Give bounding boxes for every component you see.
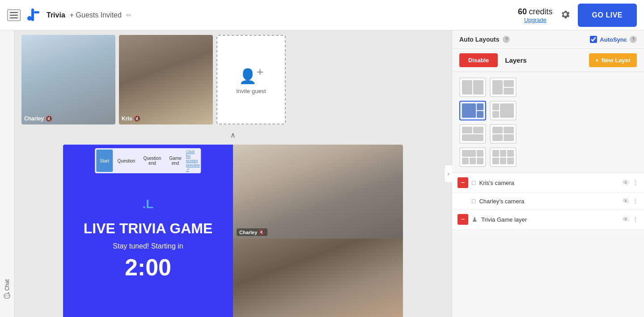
tab-start[interactable]: Start [96, 150, 113, 172]
right-panel: Auto Layouts ? AutoSync ? Disable Layers… [452, 30, 644, 317]
layout-grid-section [452, 72, 644, 173]
credits-info: 60 credits Upgrade [518, 7, 553, 23]
autosync-area: AutoSync ? [590, 36, 637, 43]
chat-text: Chat [4, 279, 10, 291]
collapse-up-icon: ∧ [230, 131, 236, 139]
logo-icon [25, 7, 42, 24]
trivia-title: LIVE TRIVIA GAME [84, 220, 213, 237]
autosync-label: AutoSync [600, 36, 627, 43]
layer-remove-kris-button[interactable]: − [458, 177, 468, 188]
layer-more-kris[interactable]: ⋮ [632, 179, 639, 186]
main-body: 💬 Chat Charley 🔇 Kris 🔇 👤+ [0, 30, 644, 317]
layer-visibility-trivia[interactable]: 👁 [623, 216, 629, 223]
layout-grid [459, 77, 637, 167]
screen-preview-link[interactable]: Click for screen preview ↗ [186, 150, 200, 172]
autosync-checkbox[interactable] [590, 36, 597, 43]
layer-item-kris-camera[interactable]: − □ Kris's camera 👁 ⋮ [452, 173, 644, 193]
layers-label: Layers [505, 56, 526, 64]
layer-visibility-charley[interactable]: 👁 [623, 197, 629, 205]
auto-layouts-label: Auto Layouts [459, 36, 499, 43]
cam-panel-charley: Charley 🔇 [233, 145, 403, 239]
layer-more-trivia[interactable]: ⋮ [632, 216, 639, 223]
layout-item-2[interactable] [490, 77, 517, 97]
app-title: Trivia [47, 11, 65, 19]
layout-item-6[interactable] [490, 124, 517, 144]
layout-item-4[interactable] [490, 101, 517, 120]
charley-panel-label: Charley 🔇 [237, 228, 267, 236]
new-layer-button[interactable]: + New Layer [589, 53, 637, 67]
preview-canvas: Start Question Question end Game end Cli… [63, 145, 403, 317]
layer-remove-trivia-button[interactable]: − [458, 214, 468, 225]
charley-big-video [233, 145, 403, 239]
kris-mute-icon: 🔇 [134, 116, 140, 122]
credits-label: credits [529, 7, 553, 16]
layer-more-charley[interactable]: ⋮ [632, 197, 639, 205]
layer-item-trivia-game[interactable]: − ♟ Trivia Game layer 👁 ⋮ [452, 210, 644, 230]
trivia-toolbar: Start Question Question end Game end Cli… [95, 148, 201, 173]
invite-icon: 👤+ [239, 65, 264, 85]
content-area: Charley 🔇 Kris 🔇 👤+ Invite guest ∧ [14, 30, 452, 317]
trivia-countdown: 2:00 [125, 254, 171, 281]
go-live-button[interactable]: GO LIVE [578, 4, 637, 27]
invite-label: Invite guest [236, 88, 266, 94]
settings-button[interactable] [556, 5, 574, 25]
new-layer-plus-icon: + [595, 57, 599, 64]
svg-rect-2 [34, 11, 39, 13]
chat-sidebar: 💬 Chat [0, 30, 14, 317]
hamburger-menu-button[interactable] [7, 9, 21, 21]
layout-item-8[interactable] [490, 147, 517, 167]
layout-item-7[interactable] [459, 147, 486, 167]
layer-name-trivia: Trivia Game layer [481, 216, 619, 223]
svg-point-0 [27, 16, 32, 21]
layer-item-charleys-camera[interactable]: □ Charley's camera 👁 ⋮ [452, 193, 644, 210]
charley-mute-icon: 🔇 [46, 116, 52, 122]
kris-strip-label: Kris 🔇 [122, 116, 140, 122]
layer-name-kris: Kris's camera [479, 180, 619, 186]
logo [25, 7, 42, 24]
tab-question-end[interactable]: Question end [140, 150, 165, 172]
layer-name-charley: Charley's camera [479, 198, 619, 205]
chat-label[interactable]: 💬 Chat [4, 279, 10, 299]
layer-camera-icon-charley: □ [472, 197, 475, 205]
gear-icon [560, 9, 571, 20]
new-layer-label: New Layer [602, 57, 631, 64]
layout-item-1[interactable] [459, 77, 486, 97]
credits-count: 60 [518, 7, 527, 16]
kris-big-video [233, 239, 403, 317]
panel-mid-row: Disable Layers + New Layer [452, 49, 644, 72]
autosync-help-icon[interactable]: ? [630, 36, 637, 43]
camera-thumb-kris[interactable]: Kris 🔇 [119, 35, 213, 124]
camera-thumb-charley[interactable]: Charley 🔇 [21, 35, 115, 124]
kris-video [119, 35, 213, 124]
preview-area: Start Question Question end Game end Cli… [14, 141, 452, 317]
trivia-logo: .L [143, 197, 154, 211]
layers-list: − □ Kris's camera 👁 ⋮ □ Charley's camera… [452, 173, 644, 317]
upgrade-link[interactable]: Upgrade [518, 17, 553, 23]
charley-strip-label: Charley 🔇 [24, 116, 52, 122]
layer-camera-icon-kris: □ [472, 179, 475, 186]
header-left: Trivia + Guests Invited ✏ [7, 7, 513, 24]
chat-icon: 💬 [4, 292, 10, 299]
collapse-strip-button[interactable]: ∧ [14, 129, 452, 141]
disable-button[interactable]: Disable [459, 53, 498, 67]
panel-collapse-button[interactable]: › [444, 165, 452, 183]
tab-game-end[interactable]: Game end [165, 150, 185, 172]
trivia-subtitle: Stay tuned! Starting in [113, 242, 183, 250]
layout-item-5[interactable] [459, 124, 486, 144]
tab-question[interactable]: Question [114, 150, 139, 172]
invite-guest-button[interactable]: 👤+ Invite guest [216, 35, 286, 124]
charley-panel-mute-icon: 🔇 [258, 229, 265, 235]
guests-label: + Guests Invited [70, 11, 122, 19]
trivia-panel: Start Question Question end Game end Cli… [63, 145, 233, 317]
auto-layouts-help-icon[interactable]: ? [503, 36, 510, 43]
cam-panel-kris: Kris 🔇 [233, 239, 403, 317]
header-center: 60 credits Upgrade GO LIVE [518, 4, 637, 27]
camera-strip: Charley 🔇 Kris 🔇 👤+ Invite guest [14, 30, 452, 129]
layer-game-icon-trivia: ♟ [472, 216, 478, 223]
panel-header: Auto Layouts ? AutoSync ? [452, 30, 644, 49]
layout-item-3[interactable] [459, 101, 486, 120]
edit-icon[interactable]: ✏ [126, 12, 131, 19]
layer-visibility-kris[interactable]: 👁 [623, 179, 629, 186]
svg-rect-1 [31, 9, 34, 21]
charley-video [21, 35, 115, 124]
